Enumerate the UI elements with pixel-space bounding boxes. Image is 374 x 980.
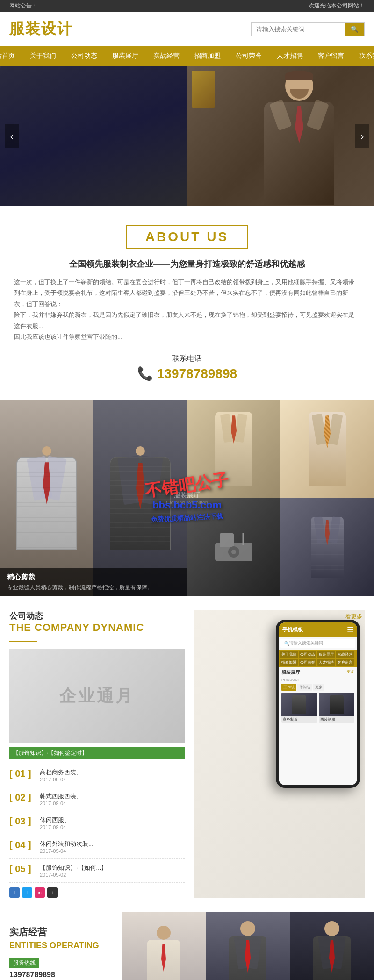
phone-number: 13978789898 [157,366,237,381]
entity-photos [122,912,374,980]
news-num-1: [ 01 ] [9,768,33,779]
nav-item-exhibition[interactable]: 服装展厅 [105,46,146,66]
contact-phone: 📞 13978789898 [9,366,365,381]
exhibition-section: 不错吧公子 bbs.bcb5.com 免费优质精品站注法下载 服装展厅 Clot… [0,400,374,596]
pm-nav-honor[interactable]: 公司荣誉 [299,659,316,666]
news-list: [ 01 ] 高档商务西装、 2017-09-04 [ 02 ] 韩式西服西装、… [9,764,185,883]
top-bar: 网站公告： 欢迎光临本公司网站！ [0,0,374,12]
pm-nav-comment[interactable]: 客户留言 [336,659,354,666]
search-box: 🔍 [251,22,365,36]
entity-title-en: ENTITIES OPERATING [9,941,112,951]
svg-rect-1 [0,66,187,206]
nav-item-comments[interactable]: 客户留言 [310,46,352,66]
pm-more-link[interactable]: 更多 [347,669,354,674]
dynamic-right: 看更多 手机模板 ☰ 🔍 请输入搜索关键词 关于我们 公司动态 服装展厅 实战经… [194,610,365,898]
pm-nav-recruit[interactable]: 人才招聘 [317,659,335,666]
pm-product-section: 更多 服装展厅 PRODUCT 工作装 休闲装 更多 商务制服 [279,667,357,725]
ex-cell-6 [280,498,374,596]
nav-item-entities[interactable]: 实战经营 [146,46,187,66]
share-icons: f t in + [9,887,185,898]
news-date-4: 2017-09-04 [40,848,94,854]
main-nav: 网站首页 关于我们 公司动态 服装展厅 实战经营 招商加盟 公司荣誉 人才招聘 … [0,46,374,66]
ex-cell-1 [0,400,94,596]
pm-nav-dynamic[interactable]: 公司动态 [299,651,316,658]
ex-cell-2 [94,400,187,596]
pm-nav-entities[interactable]: 实战经营 [336,651,354,658]
news-date-2: 2017-09-04 [40,801,82,806]
entities-left: 实店经营 ENTITIES OPERATING 服务热线 13978789898… [0,912,122,980]
about-section: ABOUT US 全国领先服装制衣企业——为您量身打造极致的舒适感和优越感 这一… [0,206,374,400]
share-icon-other[interactable]: + [47,887,58,898]
pm-search[interactable]: 🔍 请输入搜索关键词 [280,639,355,648]
news-divider [9,641,37,642]
phone-icon: 📞 [137,366,153,381]
dynamic-title-zh: 公司动态 [9,610,185,622]
news-num-3: [ 03 ] [9,816,33,827]
phone-mockup: 手机模板 ☰ 🔍 请输入搜索关键词 关于我们 公司动态 服装展厅 实战经营 招商… [276,620,360,788]
ex-cell-3 [187,400,280,498]
svg-point-5 [231,550,236,554]
dynamic-left: 公司动态 THE COMPANY DYNAMIC 企业通月 【服饰知识】·【如何… [9,610,185,898]
pm-nav: 关于我们 公司动态 服装展厅 实战经营 招商加盟 公司荣誉 人才招聘 客户留言 [279,650,357,667]
share-icon-tw[interactable]: t [22,887,32,898]
pm-nav-about[interactable]: 关于我们 [280,651,298,658]
pm-title: 手机模板 [282,626,303,633]
news-num-2: [ 02 ] [9,792,33,803]
hero-banner: ‹ › [0,66,374,206]
hero-next-arrow[interactable]: › [355,124,369,148]
news-ticker: 【服饰知识】·【如何鉴定时】 [9,747,185,759]
dynamic-title-en: THE COMPANY DYNAMIC [9,622,185,634]
pm-prod-label-2: 西装制服 [319,716,355,723]
header: 服装设计 🔍 [0,12,374,46]
announcement-left: 网站公告： [9,2,37,10]
news-item-2: [ 02 ] 韩式西服西装、 2017-09-04 [9,787,185,811]
hero-prev-arrow[interactable]: ‹ [5,124,19,148]
pm-nav-join[interactable]: 招商加盟 [280,659,298,666]
banner-text: 企业通月 [59,685,134,708]
pm-nav-exhibition[interactable]: 服装展厅 [317,651,335,658]
news-title-1: 高档商务西装、 [40,768,82,777]
nav-item-about[interactable]: 关于我们 [22,46,64,66]
entity-photo-2 [206,912,290,980]
pm-tab-work[interactable]: 工作装 [281,684,296,691]
nav-item-honor[interactable]: 公司荣誉 [228,46,269,66]
nav-item-recruit[interactable]: 人才招聘 [269,46,310,66]
pm-tab-casual[interactable]: 休闲装 [297,684,312,691]
news-item-5: [ 05 ] 【服饰知识】·【如何...】 2017-09-02 [9,859,185,883]
about-body-text: 这一次，但丁换上了一件崭新的领结。可是在宴会进行时，但丁一再将自己改结的领带拨到… [9,277,365,342]
news-banner: 企业通月 [9,649,185,743]
ex-cell-5 [187,498,280,596]
entity-photo-3 [290,912,374,980]
news-item-3: [ 03 ] 休闲西服、 2017-09-04 [9,811,185,835]
share-icon-ig[interactable]: in [35,887,45,898]
nav-item-contact[interactable]: 联系我们 [352,46,374,66]
news-num-5: [ 05 ] [9,864,33,874]
contact-label: 联系电话 [9,354,365,364]
news-item-4: [ 04 ] 休闲外装和动次装... 2017-09-04 [9,835,185,859]
pm-products-grid: 商务制服 西装制服 [281,693,354,723]
news-date-5: 2017-09-02 [40,872,107,878]
news-date-3: 2017-09-04 [40,824,70,830]
craft-section: 精心剪裁 专业裁缝人员精心剪裁，制作流程严格把控，质量有保障。 [0,568,187,596]
pm-tab-more[interactable]: 更多 [313,684,324,691]
search-button[interactable]: 🔍 [345,23,364,36]
craft-title: 精心剪裁 [7,573,180,582]
entity-title-zh: 实店经营 [9,926,112,938]
pm-search-icon: 🔍 [284,641,289,646]
hotline-badge: 服务热线 [9,958,39,968]
pm-search-text: 请输入搜索关键词 [289,640,323,646]
share-icon-fb[interactable]: f [9,887,20,898]
news-title-3: 休闲西服、 [40,816,70,824]
nav-item-home[interactable]: 网站首页 [0,46,22,66]
search-input[interactable] [252,23,345,36]
nav-item-join[interactable]: 招商加盟 [187,46,228,66]
news-title-4: 休闲外装和动次装... [40,840,94,848]
news-date-1: 2017-09-04 [40,777,82,782]
ex-cell-4 [280,400,374,498]
news-title-5: 【服饰知识】·【如何...】 [40,864,107,872]
pm-menu-icon: ☰ [347,625,353,634]
hotline-number: 13978789898 [9,971,112,979]
pm-header: 手机模板 ☰ [279,622,357,637]
dynamic-section: 公司动态 THE COMPANY DYNAMIC 企业通月 【服饰知识】·【如何… [0,596,374,912]
nav-item-dynamic[interactable]: 公司动态 [64,46,105,66]
